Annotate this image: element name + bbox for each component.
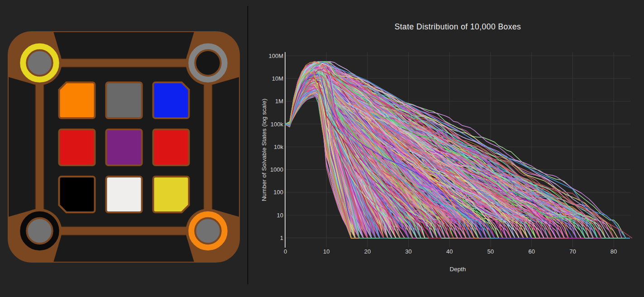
svg-text:30: 30 <box>405 248 411 255</box>
svg-text:40: 40 <box>446 248 453 255</box>
svg-text:10: 10 <box>323 248 329 255</box>
svg-text:10k: 10k <box>274 144 283 150</box>
svg-text:60: 60 <box>528 248 534 255</box>
svg-text:0: 0 <box>284 248 287 255</box>
svg-text:80: 80 <box>611 248 617 255</box>
svg-text:Number of Solvable States (log: Number of Solvable States (log scale) <box>261 99 267 201</box>
svg-text:100: 100 <box>273 189 283 196</box>
svg-text:1M: 1M <box>275 98 283 105</box>
svg-text:10: 10 <box>277 212 283 219</box>
svg-text:100k: 100k <box>271 121 284 128</box>
svg-text:100M: 100M <box>268 53 283 59</box>
svg-text:70: 70 <box>569 248 576 255</box>
svg-text:1000: 1000 <box>270 166 283 173</box>
svg-text:50: 50 <box>487 248 494 255</box>
svg-text:Depth: Depth <box>449 266 466 273</box>
svg-text:10M: 10M <box>272 75 283 82</box>
svg-text:1: 1 <box>280 235 283 241</box>
svg-text:State Distribution of 10,000 B: State Distribution of 10,000 Boxes <box>395 22 521 31</box>
svg-text:20: 20 <box>364 248 371 255</box>
